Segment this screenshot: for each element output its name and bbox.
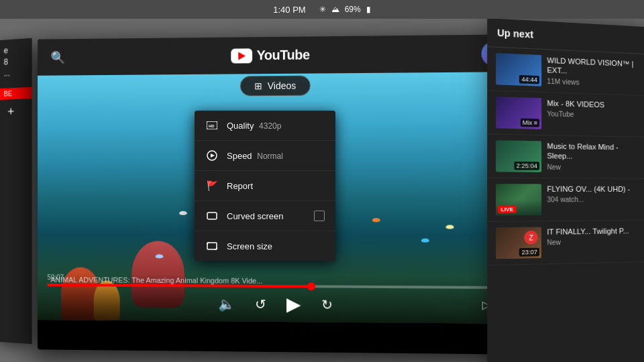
grid-icon: ⊞ [254, 80, 262, 91]
mix-label: Mix [523, 119, 533, 127]
settings-report[interactable]: 🚩 Report [195, 171, 335, 201]
settings-screen-size[interactable]: Screen size [195, 231, 335, 261]
left-panel: e8... BE + [0, 38, 32, 345]
thumbnail-4: LIVE [496, 184, 541, 215]
quality-icon: HD [205, 119, 219, 132]
progress-dot [307, 282, 315, 290]
videos-button[interactable]: ⊞ Videos [240, 76, 310, 97]
youtube-logo-icon [231, 48, 253, 63]
up-next-item-5[interactable]: Z 23:07 IT FINALLY... Twilight P... New [487, 221, 644, 265]
quality-label: Quality 4320p [227, 121, 325, 131]
up-next-info-2: Mix - 8K VIDEOS YouTube [547, 99, 636, 131]
fast-forward-button[interactable]: ↻ [321, 296, 333, 312]
battery-level: 69% [345, 5, 361, 14]
settings-quality[interactable]: HD Quality 4320p [195, 111, 335, 141]
up-next-meta-4: 304 watch... [547, 196, 636, 203]
up-next-title-3: Music to Relax Mind - Sleep... [547, 141, 636, 162]
up-next-item-4[interactable]: LIVE FLYING OV... (4K UHD) - 304 watch..… [487, 178, 644, 222]
up-next-item-2[interactable]: Mix ≡ Mix - 8K VIDEOS YouTube [487, 90, 644, 137]
thumbnail-2: Mix ≡ [496, 97, 541, 129]
flag-icon: 🚩 [205, 179, 219, 192]
svg-text:HD: HD [209, 124, 215, 128]
time-current: 50:07 [48, 274, 64, 281]
settings-curved-screen[interactable]: Curved screen [195, 201, 335, 231]
up-next-info-4: FLYING OV... (4K UHD) - 304 watch... [547, 184, 636, 215]
up-next-title-4: FLYING OV... (4K UHD) - [547, 184, 636, 194]
screen-icon [205, 209, 219, 223]
left-panel-text: e8... [0, 38, 32, 85]
up-next-info-3: Music to Relax Mind - Sleep... New [547, 141, 636, 173]
battery-icon: ▮ [366, 5, 371, 14]
youtube-logo-text: YouTube [257, 48, 310, 64]
speed-label: Speed Normal [227, 151, 325, 161]
status-time: 1:40 PM [273, 5, 305, 15]
play-button[interactable]: ▶ [286, 293, 301, 315]
search-icon[interactable]: 🔍 [50, 50, 64, 64]
mix-icon: Mix ≡ [521, 119, 539, 127]
settings-speed[interactable]: Speed Normal [195, 141, 335, 171]
svg-marker-3 [211, 154, 215, 158]
progress-bar[interactable] [48, 284, 510, 289]
videos-label: Videos [268, 80, 297, 91]
landscape-icon: ⛰ [331, 5, 339, 14]
curved-screen-label: Curved screen [227, 211, 306, 221]
screen-size-label: Screen size [227, 241, 325, 251]
progress-fill [48, 284, 313, 288]
up-next-meta-2: YouTube [547, 110, 636, 120]
up-next-item-1[interactable]: 44:44 WILD WORLD VISION™ | EXT... 11M vi… [487, 47, 644, 96]
youtube-logo: YouTube [231, 48, 310, 64]
up-next-info-1: WILD WORLD VISION™ | EXT... 11M views [547, 56, 636, 90]
duration-5: 23:07 [519, 248, 539, 257]
list-icon: ≡ [534, 119, 537, 126]
up-next-meta-3: New [547, 163, 636, 171]
video-controls: 50:07 1:00:30 🔈 ↺ ▶ ↻ ▷ ⏱ [38, 274, 520, 324]
svg-rect-4 [207, 213, 217, 219]
status-icons: ✳ ⛰ 69% ▮ [319, 5, 371, 14]
up-next-title-5: IT FINALLY... Twilight P... [547, 226, 636, 237]
duration-3: 2:25:04 [514, 162, 539, 170]
rewind-button[interactable]: ↺ [255, 296, 266, 312]
up-next-info-5: IT FINALLY... Twilight P... New [547, 226, 636, 258]
speed-settings-icon [205, 149, 219, 162]
screen-size-icon [205, 239, 219, 253]
left-panel-add-btn[interactable]: + [0, 99, 32, 125]
control-buttons: 🔈 ↺ ▶ ↻ [48, 292, 510, 317]
thumbnail-3: 2:25:04 [496, 140, 541, 172]
up-next-meta-1: 11M views [547, 77, 636, 88]
report-label: Report [227, 181, 325, 191]
time-labels: 50:07 1:00:30 [48, 274, 510, 284]
live-badge: LIVE [498, 206, 516, 214]
settings-popup: HD Quality 4320p Speed Normal 🚩 Report [195, 111, 335, 261]
left-panel-live-badge: BE [0, 87, 32, 100]
status-bar: 1:40 PM ✳ ⛰ 69% ▮ [0, 0, 644, 19]
svg-rect-5 [207, 243, 217, 249]
up-next-list: 44:44 WILD WORLD VISION™ | EXT... 11M vi… [487, 47, 644, 265]
curved-screen-checkbox[interactable] [314, 210, 325, 221]
youtube-header: 🔍 YouTube 👤 [38, 34, 520, 76]
thumbnail-1: 44:44 [496, 53, 541, 86]
duration-1: 44:44 [519, 75, 539, 84]
volume-button[interactable]: 🔈 [218, 296, 235, 312]
thumbnail-5: Z 23:07 [496, 227, 541, 259]
up-next-title-1: WILD WORLD VISION™ | EXT... [547, 56, 636, 79]
right-panel: Up next 44:44 WILD WORLD VISION™ | EXT..… [487, 18, 644, 362]
up-next-meta-5: New [547, 237, 636, 246]
pin-icon: ✳ [319, 5, 326, 14]
up-next-title-2: Mix - 8K VIDEOS [547, 99, 636, 111]
up-next-item-3[interactable]: 2:25:04 Music to Relax Mind - Sleep... N… [487, 135, 644, 179]
